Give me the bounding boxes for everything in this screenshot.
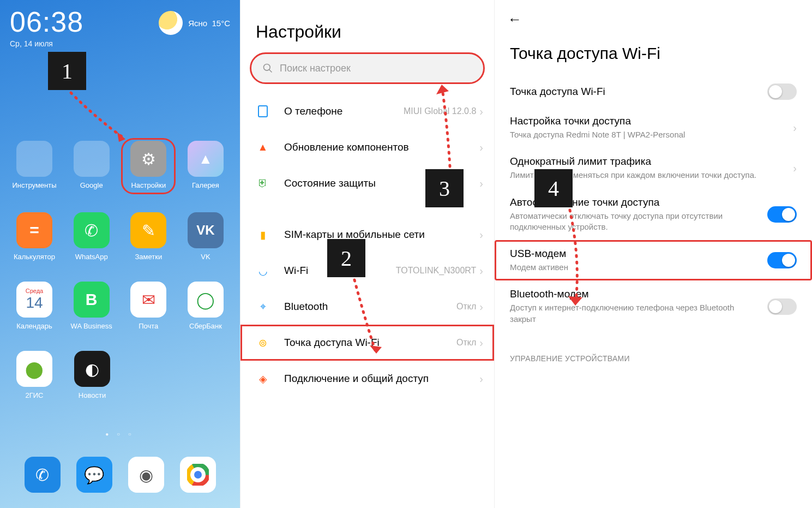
chevron-right-icon: › [479,105,483,118]
cal-num: 14 [26,294,43,312]
settings-item-sim[interactable]: ▮ SIM-карты и мобильные сети › [240,217,494,253]
app-calculator[interactable]: =Калькулятор [10,212,59,261]
whatsapp-icon: ✆ [85,221,98,240]
app-sberbank[interactable]: ◯СберБанк [181,282,230,330]
option-hotspot-toggle[interactable]: Точка доступа Wi-Fi [495,76,812,107]
app-calendar[interactable]: Среда14Календарь [10,282,59,330]
app-label: Google [67,181,116,189]
home-screen: 06:38 Ср, 14 июля Ясно 15°C 1 Инструмент… [0,0,240,508]
app-label: Инструменты [10,181,59,189]
app-label: Настройки [124,181,173,189]
chevron-right-icon: › [479,265,483,277]
chevron-right-icon: › [479,141,483,154]
sun-icon [159,11,183,35]
step-badge-4: 4 [534,169,573,207]
option-bt-modem[interactable]: Bluetooth-модемДоступ к интернет-подключ… [495,280,812,332]
arrow-left-icon: ← [508,11,522,27]
chevron-right-icon: › [479,337,483,349]
back-button[interactable]: ← [495,0,812,28]
app-label: Калькулятор [10,253,59,261]
step-badge-2: 2 [327,239,365,277]
app-grid: Инструменты Google ⚙ Настройки ▲ Галерея… [0,141,240,399]
chevron-right-icon: › [479,177,483,190]
date: Ср, 14 июля [10,39,83,48]
chevron-right-icon: › [479,373,483,385]
sim-icon: ▮ [256,228,270,242]
dock-chrome[interactable] [180,457,216,493]
chrome-icon [187,464,209,486]
app-vk[interactable]: VKVK [181,212,230,261]
news-icon: ◐ [85,360,99,379]
app-label: Почта [124,322,173,330]
settings-screen: Настройки Поиск настроек О телефоне MIUI… [240,0,494,508]
map-pin-icon: ⬤ [25,360,44,379]
bluetooth-icon: ⌖ [256,300,270,314]
hotspot-screen: ← Точка доступа Wi-Fi Точка доступа Wi-F… [494,0,812,508]
app-label: WhatsApp [67,253,116,261]
toggle-switch[interactable] [767,252,797,268]
weather-cond: Ясно [188,19,207,28]
arrow-up-icon: ▲ [256,140,270,154]
chevron-right-icon: › [793,162,797,175]
phone-icon: ✆ [35,465,49,485]
chevron-right-icon: › [793,122,797,134]
app-notes[interactable]: ✎Заметки [124,212,173,261]
step-badge-1: 1 [48,52,86,90]
settings-item-connection[interactable]: ◈ Подключение и общий доступ › [240,361,494,397]
search-icon [262,63,273,74]
search-input[interactable]: Поиск настроек [251,54,483,82]
hotspot-title: Точка доступа Wi-Fi [495,28,812,76]
dock-phone[interactable]: ✆ [25,457,61,493]
svg-line-7 [269,70,272,73]
app-label: Галерея [181,181,230,189]
toggle-switch[interactable] [767,206,797,223]
app-wa-business[interactable]: BWA Business [67,282,116,330]
phone-info-icon [256,104,270,118]
app-tools-folder[interactable]: Инструменты [10,141,59,192]
settings-title: Настройки [240,0,494,51]
photo-icon: ▲ [199,151,213,168]
step-badge-3: 3 [425,169,464,207]
app-label: Календарь [10,322,59,330]
hotspot-icon: ⊚ [256,336,270,350]
chevron-right-icon: › [479,301,483,313]
app-news[interactable]: ◐Новости [68,351,117,399]
shield-icon: ⛨ [256,176,270,190]
app-2gis[interactable]: ⬤2ГИС [10,351,59,399]
pencil-icon: ✎ [142,221,155,240]
svg-marker-0 [117,132,125,142]
section-devices: УПРАВЛЕНИЕ УСТРОЙСТВАМИ [495,332,812,363]
svg-point-5 [194,471,202,479]
status-bar: 06:38 Ср, 14 июля Ясно 15°C [0,0,240,48]
app-label: 2ГИС [10,391,59,399]
wifi-icon: ◡ [256,264,270,278]
app-label: VK [181,253,230,261]
app-label: Новости [68,391,117,399]
option-usb-modem[interactable]: USB-модемМодем активен [495,240,812,280]
share-icon: ◈ [256,372,270,386]
app-label: СберБанк [181,322,230,330]
chevron-right-icon: › [479,229,483,241]
app-whatsapp[interactable]: ✆WhatsApp [67,212,116,261]
app-label: Заметки [124,253,173,261]
toggle-switch[interactable] [767,298,797,315]
svg-point-6 [264,64,270,71]
messages-icon: 💬 [84,465,104,485]
dock: ✆ 💬 ◉ [0,457,240,497]
app-gallery[interactable]: ▲ Галерея [181,141,230,192]
svg-marker-8 [370,345,382,354]
weather-temp: 15°C [212,19,230,28]
svg-marker-10 [568,296,582,306]
gear-icon: ⚙ [141,150,156,169]
dock-messages[interactable]: 💬 [76,457,112,493]
app-label: WA Business [67,322,116,330]
dock-camera[interactable]: ◉ [128,457,164,493]
cal-day: Среда [26,288,43,294]
toggle-switch[interactable] [767,83,797,100]
search-placeholder: Поиск настроек [280,63,351,74]
weather-widget[interactable]: Ясно 15°C [159,11,230,35]
option-hotspot-setup[interactable]: Настройка точки доступаТочка доступа Red… [495,107,812,148]
page-indicator[interactable]: ● ○ ○ [0,431,240,437]
app-mail[interactable]: ✉Почта [124,282,173,330]
clock: 06:38 [10,5,83,38]
